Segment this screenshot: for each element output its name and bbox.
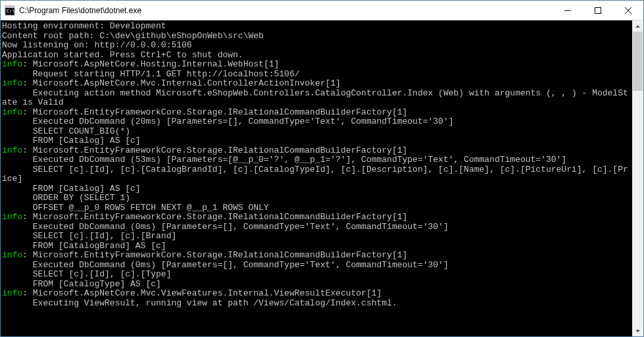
log-text: : Microsoft.AspNetCore.Hosting.Internal.…	[22, 59, 279, 69]
log-text: Request starting HTTP/1.1 GET http://loc…	[2, 69, 299, 79]
log-line: FROM [CatalogBrand] AS [c]	[2, 242, 632, 251]
log-line: FROM [CatalogType] AS [c]	[2, 280, 632, 290]
log-text: SELECT COUNT_BIG(*)	[2, 126, 130, 136]
log-line: Hosting environment: Development	[2, 22, 632, 32]
log-line: SELECT [c].[Id], [c].[Brand]	[2, 232, 632, 242]
console-icon: C:\	[5, 5, 15, 16]
scroll-up-button[interactable]	[632, 20, 643, 32]
log-line: info: Microsoft.AspNetCore.Mvc.ViewFeatu…	[2, 289, 632, 299]
svg-marker-7	[635, 25, 640, 28]
scroll-track[interactable]	[632, 32, 643, 325]
log-line: Executed DbCommand (0ms) [Parameters=[],…	[2, 261, 632, 271]
log-text: ORDER BY (SELECT 1)	[2, 193, 130, 203]
log-text: : Microsoft.EntityFrameworkCore.Storage.…	[22, 212, 407, 222]
log-line: SELECT [c].[Id], [c].[CatalogBrandId], […	[2, 165, 632, 184]
scroll-thumb[interactable]	[633, 32, 643, 91]
maximize-button[interactable]	[583, 1, 613, 20]
log-line: OFFSET @__p_0 ROWS FETCH NEXT @__p_1 ROW…	[2, 203, 632, 213]
log-level: info	[2, 59, 22, 69]
close-button[interactable]	[613, 1, 643, 20]
scroll-down-button[interactable]	[632, 325, 643, 336]
log-text: FROM [CatalogType] AS [c]	[2, 279, 161, 289]
log-text: OFFSET @__p_0 ROWS FETCH NEXT @__p_1 ROW…	[2, 203, 269, 213]
log-text: : Microsoft.AspNetCore.Mvc.ViewFeatures.…	[22, 288, 382, 298]
log-text: : Microsoft.EntityFrameworkCore.Storage.…	[22, 107, 407, 117]
log-line: SELECT COUNT_BIG(*)	[2, 127, 632, 137]
log-text: SELECT [c].[Id], [c].[Type]	[2, 269, 171, 279]
log-line: Executed DbCommand (0ms) [Parameters=[],…	[2, 222, 632, 232]
console-area: Hosting environment: DevelopmentContent …	[1, 20, 643, 336]
log-level: info	[2, 145, 22, 155]
log-text: Executed DbCommand (20ms) [Parameters=[]…	[2, 117, 454, 126]
log-text: : Microsoft.EntityFrameworkCore.Storage.…	[22, 250, 407, 260]
log-line: ORDER BY (SELECT 1)	[2, 194, 632, 203]
scrollbar[interactable]	[632, 20, 643, 336]
log-text: Content root path: C:\dev\github\eShopOn…	[2, 31, 264, 41]
log-line: info: Microsoft.EntityFrameworkCore.Stor…	[2, 108, 632, 118]
log-text: Executed DbCommand (53ms) [Parameters=[@…	[2, 155, 566, 165]
svg-rect-4	[595, 7, 601, 13]
titlebar[interactable]: C:\ C:\Program Files\dotnet\dotnet.exe	[1, 1, 643, 20]
svg-marker-8	[635, 330, 640, 332]
log-text: Executing ViewResult, running view at pa…	[2, 298, 397, 308]
console-output[interactable]: Hosting environment: DevelopmentContent …	[1, 20, 632, 336]
svg-text:C:\: C:\	[7, 9, 15, 14]
log-text: Application started. Press Ctrl+C to shu…	[2, 50, 243, 60]
log-text: FROM [Catalog] AS [c]	[2, 184, 141, 194]
log-line: info: Microsoft.AspNetCore.Mvc.Internal.…	[2, 79, 632, 89]
log-text: SELECT [c].[Id], [c].[CatalogBrandId], […	[2, 165, 628, 184]
log-line: info: Microsoft.AspNetCore.Hosting.Inter…	[2, 60, 632, 70]
log-line: info: Microsoft.EntityFrameworkCore.Stor…	[2, 213, 632, 222]
log-text: Executing action method Microsoft.eShopW…	[2, 88, 628, 108]
log-level: info	[2, 107, 22, 117]
log-level: info	[2, 78, 22, 88]
log-line: info: Microsoft.EntityFrameworkCore.Stor…	[2, 251, 632, 261]
log-text: : Microsoft.EntityFrameworkCore.Storage.…	[22, 145, 407, 155]
log-text: Executed DbCommand (0ms) [Parameters=[],…	[2, 260, 449, 270]
log-line: Executed DbCommand (20ms) [Parameters=[]…	[2, 117, 632, 127]
log-text: Hosting environment: Development	[2, 21, 166, 31]
log-line: Request starting HTTP/1.1 GET http://loc…	[2, 70, 632, 80]
log-line: Executed DbCommand (53ms) [Parameters=[@…	[2, 155, 632, 165]
log-line: Content root path: C:\dev\github\eShopOn…	[2, 32, 632, 41]
log-line: FROM [Catalog] AS [c]	[2, 184, 632, 194]
log-level: info	[2, 212, 22, 222]
window-controls	[553, 1, 643, 20]
log-line: FROM [Catalog] AS [c]	[2, 136, 632, 146]
log-level: info	[2, 288, 22, 298]
log-text: FROM [Catalog] AS [c]	[2, 136, 141, 145]
log-text: SELECT [c].[Id], [c].[Brand]	[2, 231, 176, 241]
log-line: SELECT [c].[Id], [c].[Type]	[2, 270, 632, 280]
log-line: Now listening on: http://0.0.0.0:5106	[2, 41, 632, 51]
log-line: info: Microsoft.EntityFrameworkCore.Stor…	[2, 146, 632, 156]
log-line: Executing action method Microsoft.eShopW…	[2, 89, 632, 108]
log-text: FROM [CatalogBrand] AS [c]	[2, 241, 166, 251]
log-text: Now listening on: http://0.0.0.0:5106	[2, 40, 192, 50]
log-line: Executing ViewResult, running view at pa…	[2, 299, 632, 309]
minimize-button[interactable]	[553, 1, 583, 20]
window-title: C:\Program Files\dotnet\dotnet.exe	[19, 6, 553, 15]
log-line: Application started. Press Ctrl+C to shu…	[2, 51, 632, 61]
log-level: info	[2, 250, 22, 260]
svg-rect-1	[5, 6, 14, 8]
log-text: Executed DbCommand (0ms) [Parameters=[],…	[2, 222, 449, 232]
log-text: : Microsoft.AspNetCore.Mvc.Internal.Cont…	[22, 78, 341, 88]
